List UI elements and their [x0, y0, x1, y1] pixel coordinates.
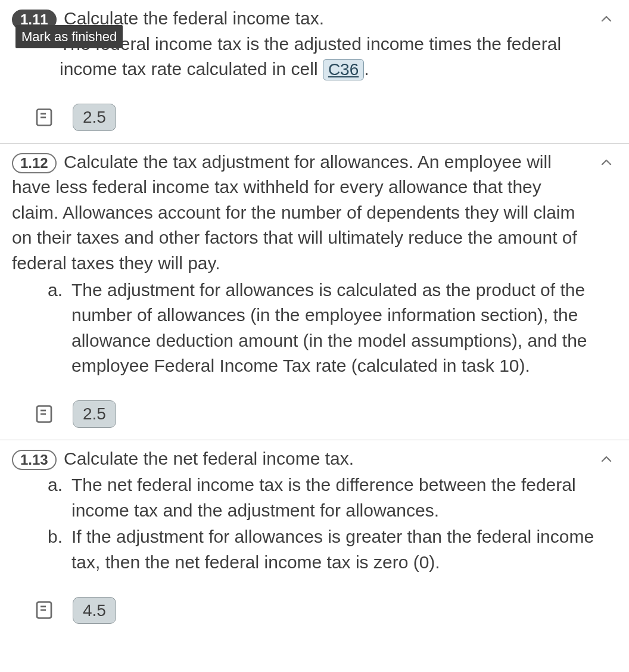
chevron-up-icon	[599, 452, 614, 466]
points-badge: 2.5	[73, 104, 116, 131]
list-item-text: The net federal income tax is the differ…	[71, 475, 576, 520]
task-sub-list: a. The adjustment for allowances is calc…	[12, 278, 617, 379]
notes-button[interactable]	[32, 105, 56, 129]
task-1-12: 1.12 Calculate the tax adjustment for al…	[0, 144, 629, 440]
notes-button[interactable]	[32, 598, 56, 622]
task-number-badge[interactable]: 1.13	[12, 450, 57, 470]
task-description: The federal income tax is the adjusted i…	[60, 32, 592, 82]
task-number-badge[interactable]: 1.12	[12, 153, 57, 173]
list-item: a. The net federal income tax is the dif…	[48, 472, 617, 523]
note-icon	[33, 599, 55, 621]
task-title: Calculate the tax adjustment for allowan…	[12, 152, 577, 273]
task-body: 1.12 Calculate the tax adjustment for al…	[12, 150, 617, 379]
collapse-button[interactable]	[596, 449, 617, 470]
chevron-up-icon	[599, 12, 614, 26]
list-item: a. The adjustment for allowances is calc…	[48, 278, 617, 379]
collapse-button[interactable]	[596, 152, 617, 173]
task-footer: 2.5	[12, 104, 617, 131]
collapse-button[interactable]	[596, 8, 617, 30]
task-sub-list: a. The net federal income tax is the dif…	[12, 472, 617, 575]
task-body-suffix: .	[364, 59, 369, 79]
list-marker: a.	[48, 472, 63, 498]
mark-as-finished-tooltip: Mark as finished	[15, 25, 123, 48]
task-body-prefix: The federal income tax is the adjusted i…	[60, 34, 561, 79]
list-marker: b.	[48, 524, 63, 550]
list-item: b. If the adjustment for allowances is g…	[48, 524, 617, 575]
points-badge: 4.5	[73, 597, 116, 624]
task-footer: 2.5	[12, 400, 617, 428]
task-title: Calculate the net federal income tax.	[64, 449, 354, 468]
chevron-up-icon	[599, 155, 614, 170]
list-marker: a.	[48, 278, 63, 303]
notes-button[interactable]	[32, 402, 56, 426]
points-badge: 2.5	[73, 400, 116, 428]
list-item-text: The adjustment for allowances is calcula…	[71, 280, 587, 376]
note-icon	[33, 403, 55, 425]
cell-reference[interactable]: C36	[323, 59, 364, 80]
task-body: 1.13 Calculate the net federal income ta…	[12, 446, 617, 575]
note-icon	[33, 107, 55, 128]
list-item-text: If the adjustment for allowances is grea…	[71, 527, 594, 572]
task-footer: 4.5	[12, 597, 617, 624]
task-1-13: 1.13 Calculate the net federal income ta…	[0, 440, 629, 624]
task-1-11: Mark as finished 1.11 Calculate the fede…	[0, 0, 629, 144]
